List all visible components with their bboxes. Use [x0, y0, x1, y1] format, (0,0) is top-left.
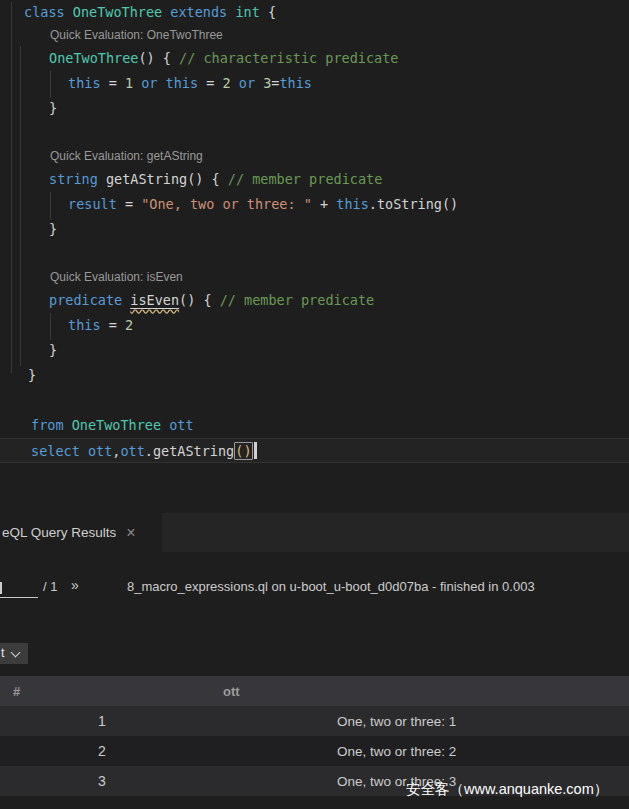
code-token	[161, 417, 169, 433]
code-token: "One, two or three: "	[141, 196, 312, 212]
code-token: =	[198, 75, 222, 91]
code-token	[231, 75, 239, 91]
code-token: this	[68, 75, 101, 91]
code-token: // member predicate	[220, 292, 374, 308]
close-icon[interactable]: ×	[126, 525, 135, 541]
code-token: result	[68, 196, 117, 212]
app-window: class OneTwoThree extends int {Quick Eva…	[0, 0, 629, 809]
code-token: }	[49, 100, 57, 116]
code-token: 2	[223, 75, 231, 91]
code-token: () {	[138, 50, 179, 66]
code-token: .toString()	[369, 196, 458, 212]
code-token: this	[279, 75, 312, 91]
cell-number: 3	[0, 773, 204, 789]
cell-value: One, two or three: 2	[204, 744, 629, 759]
watermark-text: 安全客（www.anquanke.com）	[406, 780, 608, 799]
code-line[interactable]: select ott,ott.getAString()	[0, 438, 629, 463]
code-token: +	[312, 196, 336, 212]
query-results-panel: eQL Query Results × / 1 » 8_macro_expres…	[0, 513, 629, 809]
tab-codeql-query-results[interactable]: eQL Query Results ×	[0, 513, 162, 552]
code-token: () {	[187, 171, 228, 187]
code-line[interactable]	[0, 242, 629, 267]
code-line[interactable]: predicate isEven() { // member predicate	[0, 288, 629, 313]
tab-label: eQL Query Results	[2, 525, 116, 540]
code-token	[80, 443, 88, 459]
code-token: class	[24, 4, 65, 20]
code-token: () {	[179, 292, 220, 308]
code-line[interactable]: string getAString() { // member predicat…	[0, 167, 629, 192]
results-toolbar: / 1 » 8_macro_expressions.ql on u-boot_u…	[0, 577, 629, 601]
code-token: 2	[125, 317, 133, 333]
code-line[interactable]: class OneTwoThree extends int {	[0, 0, 629, 25]
results-table: # ott 1One, two or three: 12One, two or …	[0, 676, 629, 796]
code-token: OneTwoThree	[49, 50, 138, 66]
code-token	[98, 171, 106, 187]
code-token: this	[68, 317, 101, 333]
code-token	[65, 4, 73, 20]
cell-value: One, two or three: 1	[204, 714, 629, 729]
table-row[interactable]: 1One, two or three: 1	[0, 706, 629, 736]
results-view-dropdown[interactable]: t	[0, 643, 28, 664]
code-token: ott	[120, 443, 144, 459]
code-token: =	[101, 317, 125, 333]
code-token: select	[31, 443, 80, 459]
quick-evaluation-link[interactable]: Quick Evaluation: getAString	[50, 146, 203, 167]
code-token: OneTwoThree	[72, 417, 161, 433]
cell-number: 1	[0, 713, 204, 729]
quick-evaluation-link[interactable]: Quick Evaluation: OneTwoThree	[50, 25, 223, 46]
code-token: this	[166, 75, 199, 91]
code-line[interactable]: this = 1 or this = 2 or 3=this	[0, 71, 629, 96]
code-line[interactable]: OneTwoThree() { // characteristic predic…	[0, 46, 629, 71]
code-token: extends	[170, 4, 227, 20]
code-token: OneTwoThree	[73, 4, 162, 20]
table-row[interactable]: 2One, two or three: 2	[0, 736, 629, 766]
code-token: string	[49, 171, 98, 187]
code-line[interactable]: from OneTwoThree ott	[0, 413, 629, 438]
code-line[interactable]: }	[0, 363, 629, 388]
codelens-line[interactable]: Quick Evaluation: OneTwoThree	[0, 25, 629, 46]
code-token: this	[336, 196, 369, 212]
code-token: ()	[234, 442, 252, 460]
code-line[interactable]: }	[0, 217, 629, 242]
code-token: }	[49, 342, 57, 358]
code-token: 1	[125, 75, 133, 91]
panel-tab-strip: eQL Query Results ×	[0, 513, 629, 552]
column-header-ott[interactable]: ott	[204, 684, 629, 699]
query-run-status: 8_macro_expressions.ql on u-boot_u-boot_…	[127, 579, 535, 594]
codelens-line[interactable]: Quick Evaluation: isEven	[0, 267, 629, 288]
code-token: }	[28, 367, 36, 383]
code-line[interactable]: }	[0, 96, 629, 121]
code-token	[133, 75, 141, 91]
cell-number: 2	[0, 743, 204, 759]
code-line[interactable]	[0, 121, 629, 146]
code-line[interactable]: result = "One, two or three: " + this.to…	[0, 192, 629, 217]
code-token: }	[49, 221, 57, 237]
code-editor[interactable]: class OneTwoThree extends int {Quick Eva…	[0, 0, 629, 513]
last-page-icon[interactable]: »	[71, 577, 79, 593]
code-line[interactable]: }	[0, 338, 629, 363]
code-token: predicate	[49, 292, 122, 308]
page-input-text-fragment	[0, 582, 2, 594]
code-token: =	[117, 196, 141, 212]
quick-evaluation-link[interactable]: Quick Evaluation: isEven	[50, 267, 183, 288]
code-token	[255, 75, 263, 91]
codelens-line[interactable]: Quick Evaluation: getAString	[0, 146, 629, 167]
text-cursor	[254, 442, 257, 459]
code-line[interactable]	[0, 388, 629, 413]
code-token: or	[239, 75, 255, 91]
page-total-label: / 1	[43, 579, 57, 594]
code-token: ott	[169, 417, 193, 433]
code-token: .getAString	[145, 443, 234, 459]
page-number-input[interactable]	[0, 597, 38, 598]
chevron-down-icon	[11, 648, 21, 658]
dropdown-visible-label: t	[1, 646, 4, 660]
predicate-name-warning: isEven	[130, 292, 179, 308]
code-lines: class OneTwoThree extends int {Quick Eva…	[0, 0, 629, 513]
code-token: ott	[88, 443, 112, 459]
code-line[interactable]: this = 2	[0, 313, 629, 338]
code-token	[157, 75, 165, 91]
code-token: =	[101, 75, 125, 91]
column-header-index[interactable]: #	[0, 684, 204, 699]
code-token	[64, 417, 72, 433]
code-token: // characteristic predicate	[179, 50, 398, 66]
